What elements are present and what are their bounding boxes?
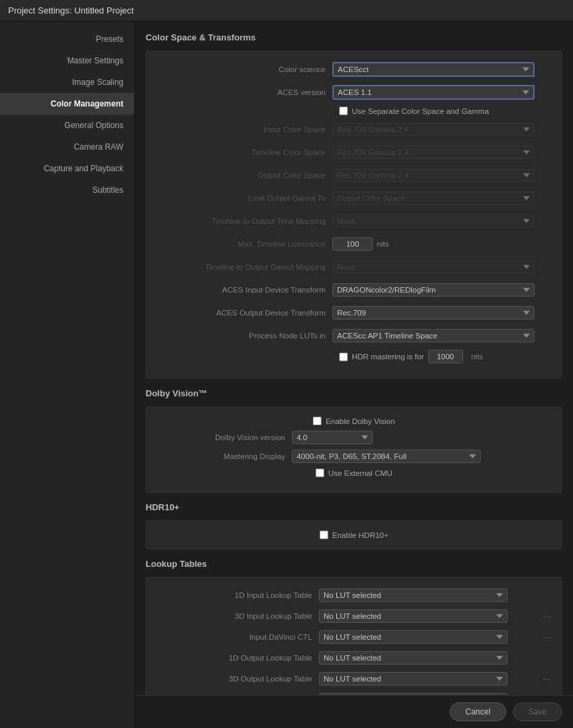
lut-label: 3D Output Lookup Table — [157, 675, 319, 683]
sidebar-item-camera-raw[interactable]: Camera RAW — [0, 136, 134, 158]
enable-hdr10-row: Enable HDR10+ — [157, 530, 551, 539]
aces-input-transform-row: ACES Input Device Transform DRAGONcolor2… — [157, 281, 551, 299]
limit-output-gamut-row: Limit Output Gamut To Output Color Space — [157, 189, 551, 207]
lut-row: 3D Output Lookup Table No LUT selected ·… — [157, 671, 551, 687]
limit-output-gamut-label: Limit Output Gamut To — [157, 194, 332, 202]
use-external-cmu-row: Use External CMU — [157, 468, 551, 477]
lut-select[interactable]: No LUT selected — [319, 651, 508, 665]
sidebar-item-presets[interactable]: Presets — [0, 28, 134, 50]
sidebar-item-master-settings[interactable]: Master Settings — [0, 50, 134, 71]
sidebar-item-image-scaling[interactable]: Image Scaling — [0, 71, 134, 93]
process-node-luts-control: ACEScc AP1 Timeline Space — [332, 329, 535, 342]
use-external-cmu-checkbox[interactable] — [315, 468, 324, 477]
timeline-color-space-row: Timeline Color Space Rec.709 Gamma 2.4 — [157, 144, 551, 161]
hdr-mastering-input[interactable] — [428, 350, 463, 363]
aces-input-transform-control: DRAGONcolor2/REDlogFilm — [332, 283, 535, 297]
enable-dolby-checkbox[interactable] — [313, 417, 322, 425]
lut-control: No LUT selected — [319, 651, 551, 665]
hdr10-title: HDR10+ — [146, 502, 562, 512]
enable-hdr10-checkbox[interactable] — [320, 530, 328, 539]
max-timeline-luminance-control: nits — [332, 237, 535, 251]
aces-version-control: ACES 1.1 — [332, 85, 535, 100]
color-space-card: Color science ACEScct ACES version ACES … — [146, 51, 562, 379]
use-external-cmu-label: Use External CMU — [328, 469, 392, 477]
input-color-space-label: Input Color Space — [157, 125, 332, 133]
limit-output-gamut-select[interactable]: Output Color Space — [332, 191, 535, 205]
aces-output-transform-select[interactable]: Rec.709 — [332, 306, 535, 320]
lut-row: 1D Output Lookup Table No LUT selected — [157, 650, 551, 666]
timeline-gamut-mapping-select[interactable]: None — [332, 260, 535, 274]
separate-color-space-row: Use Separate Color Space and Gamma — [157, 107, 551, 115]
dolby-vision-section: Dolby Vision™ Enable Dolby Vision Dolby … — [146, 388, 562, 493]
sidebar-item-color-management[interactable]: Color Management — [0, 93, 134, 115]
separate-color-space-label: Use Separate Color Space and Gamma — [352, 107, 489, 115]
timeline-color-space-select[interactable]: Rec.709 Gamma 2.4 — [332, 146, 535, 159]
output-color-space-control: Rec.709 Gamma 2.4 — [332, 169, 535, 182]
color-space-section: Color Space & Transforms Color science A… — [146, 32, 562, 379]
process-node-luts-select[interactable]: ACEScc AP1 Timeline Space — [332, 329, 535, 342]
enable-dolby-label: Enable Dolby Vision — [326, 417, 395, 425]
hdr-mastering-checkbox[interactable] — [339, 353, 348, 361]
lut-dots-menu[interactable]: ··· — [543, 673, 551, 684]
hdr10-section: HDR10+ Enable HDR10+ — [146, 502, 562, 549]
cancel-button[interactable]: Cancel — [450, 702, 506, 721]
lut-control: No LUT selected — [319, 630, 539, 644]
input-color-space-select[interactable]: Rec.709 Gamma 2.4 — [332, 123, 535, 136]
timeline-color-space-control: Rec.709 Gamma 2.4 — [332, 146, 535, 159]
max-timeline-luminance-label: Max. Timeline Luminance — [157, 240, 332, 248]
timeline-color-space-label: Timeline Color Space — [157, 148, 332, 156]
enable-dolby-row: Enable Dolby Vision — [157, 417, 551, 425]
aces-version-select[interactable]: ACES 1.1 — [332, 85, 535, 100]
timeline-tone-mapping-control: None — [332, 214, 535, 228]
max-timeline-luminance-input[interactable] — [332, 237, 373, 251]
aces-version-label: ACES version — [157, 88, 332, 96]
timeline-gamut-mapping-control: None — [332, 260, 535, 274]
lut-select[interactable]: No LUT selected — [319, 609, 508, 623]
save-button[interactable]: Save — [513, 702, 562, 721]
color-science-label: Color science — [157, 65, 332, 73]
lut-select[interactable]: No LUT selected — [319, 588, 508, 602]
output-color-space-label: Output Color Space — [157, 171, 332, 179]
aces-version-row: ACES version ACES 1.1 — [157, 84, 551, 101]
mastering-display-select[interactable]: 4000-nit, P3, D65, ST.2084, Full — [292, 450, 481, 463]
lut-select[interactable]: No LUT selected — [319, 672, 508, 686]
color-science-select[interactable]: ACEScct — [332, 62, 535, 77]
timeline-tone-mapping-select[interactable]: None — [332, 214, 535, 228]
output-color-space-select[interactable]: Rec.709 Gamma 2.4 — [332, 169, 535, 182]
output-color-space-row: Output Color Space Rec.709 Gamma 2.4 — [157, 166, 551, 184]
input-color-space-row: Input Color Space Rec.709 Gamma 2.4 — [157, 121, 551, 138]
max-timeline-luminance-unit: nits — [377, 240, 389, 248]
color-space-title: Color Space & Transforms — [146, 32, 562, 42]
input-color-space-control: Rec.709 Gamma 2.4 — [332, 123, 535, 136]
dolby-version-select[interactable]: 4.0 — [292, 431, 373, 444]
process-node-luts-label: Process Node LUTs in — [157, 332, 332, 340]
lut-dots-menu[interactable]: ··· — [543, 611, 551, 621]
lut-row: 1D Input Lookup Table No LUT selected — [157, 587, 551, 603]
title-text: Project Settings: Untitled Project — [8, 5, 133, 16]
footer: Cancel Save — [135, 695, 573, 728]
hdr-mastering-label: HDR mastering is for — [352, 353, 424, 361]
lut-label: 1D Input Lookup Table — [157, 591, 319, 599]
aces-input-transform-select[interactable]: DRAGONcolor2/REDlogFilm — [332, 283, 535, 297]
color-science-control: ACEScct — [332, 62, 535, 77]
max-timeline-luminance-row: Max. Timeline Luminance nits — [157, 235, 551, 253]
dolby-vision-card: Enable Dolby Vision Dolby Vision version… — [146, 406, 562, 493]
lut-dots-menu[interactable]: ··· — [543, 632, 551, 642]
timeline-gamut-mapping-row: Timeline to Output Gamut Mapping None — [157, 258, 551, 276]
lut-label: 1D Output Lookup Table — [157, 654, 319, 662]
enable-hdr10-label: Enable HDR10+ — [332, 531, 388, 539]
lut-label: Input DaVinci CTL — [157, 633, 319, 641]
sidebar-item-capture-playback[interactable]: Capture and Playback — [0, 158, 134, 179]
timeline-tone-mapping-label: Timeline to Output Tone Mapping — [157, 217, 332, 225]
hdr-mastering-row: HDR mastering is for nits — [157, 350, 551, 363]
sidebar-item-subtitles[interactable]: Subtitles — [0, 179, 134, 201]
lookup-tables-title: Lookup Tables — [146, 559, 562, 569]
dolby-version-row: Dolby Vision version 4.0 — [157, 431, 551, 444]
sidebar-item-general-options[interactable]: General Options — [0, 115, 134, 136]
hdr10-card: Enable HDR10+ — [146, 520, 562, 549]
lut-row: Input DaVinci CTL No LUT selected ··· — [157, 629, 551, 645]
lut-select[interactable]: No LUT selected — [319, 630, 508, 644]
separate-color-space-checkbox[interactable] — [339, 107, 348, 115]
color-science-row: Color science ACEScct — [157, 61, 551, 78]
lut-control: No LUT selected — [319, 588, 551, 602]
